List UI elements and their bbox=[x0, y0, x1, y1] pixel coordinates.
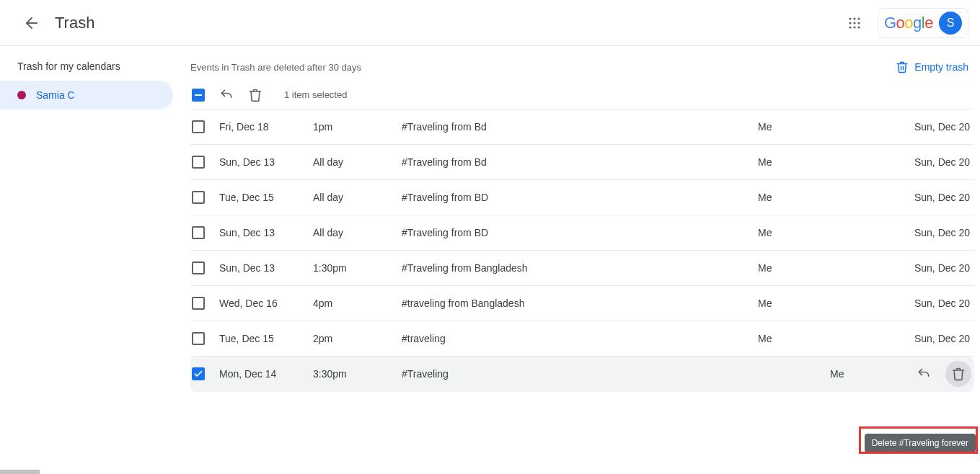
row-organizer: Me bbox=[758, 227, 902, 238]
trash-event-list: Fri, Dec 181pm#Traveling from BdMeSun, D… bbox=[190, 109, 974, 392]
delete-forever-button[interactable] bbox=[945, 361, 971, 387]
arrow-left-icon bbox=[23, 14, 40, 32]
row-time: 1pm bbox=[313, 121, 402, 133]
svg-point-4 bbox=[849, 22, 851, 24]
delete-selected-button[interactable] bbox=[248, 88, 262, 102]
app-header: Trash Google S bbox=[0, 0, 980, 46]
row-checkbox[interactable] bbox=[192, 297, 205, 310]
row-deleted-date: Sun, Dec 20 bbox=[902, 298, 974, 309]
delete-forever-tooltip: Delete #Traveling forever bbox=[865, 434, 976, 452]
row-time: 2pm bbox=[313, 333, 402, 344]
svg-point-2 bbox=[853, 17, 855, 19]
row-checkbox[interactable] bbox=[192, 120, 205, 133]
row-date: Tue, Dec 15 bbox=[219, 192, 313, 203]
account-switcher[interactable]: Google S bbox=[878, 8, 968, 38]
table-row[interactable]: Sun, Dec 13All day#Traveling from BDMeSu… bbox=[190, 215, 974, 251]
google-logo: Google bbox=[884, 14, 933, 32]
row-checkbox[interactable] bbox=[192, 226, 205, 239]
svg-point-5 bbox=[853, 22, 855, 24]
avatar[interactable]: S bbox=[939, 12, 962, 35]
svg-point-7 bbox=[849, 26, 851, 28]
retention-info-text: Events in Trash are deleted after 30 day… bbox=[190, 62, 361, 73]
svg-point-6 bbox=[857, 22, 860, 24]
row-deleted-date: Sun, Dec 20 bbox=[902, 156, 974, 168]
main-panel: Events in Trash are deleted after 30 day… bbox=[179, 46, 980, 474]
sidebar-title: Trash for my calendars bbox=[0, 61, 179, 81]
row-checkbox[interactable] bbox=[192, 367, 205, 380]
calendar-name-label: Samia C bbox=[36, 89, 75, 101]
svg-point-8 bbox=[853, 26, 855, 28]
row-date: Fri, Dec 18 bbox=[219, 121, 313, 133]
calendar-color-dot bbox=[17, 91, 26, 99]
undo-icon bbox=[917, 367, 931, 381]
table-row[interactable]: Mon, Dec 143:30pm#TravelingMe bbox=[190, 357, 974, 392]
row-event-title: #Traveling from Bd bbox=[402, 156, 758, 168]
row-time: All day bbox=[313, 192, 402, 203]
table-row[interactable]: Tue, Dec 152pm#travelingMeSun, Dec 20 bbox=[190, 321, 974, 357]
trash-icon bbox=[951, 367, 966, 381]
row-date: Sun, Dec 13 bbox=[219, 227, 313, 238]
row-event-title: #Traveling from Bd bbox=[402, 121, 758, 133]
horizontal-scrollbar-thumb[interactable] bbox=[0, 470, 40, 474]
row-event-title: #Traveling bbox=[402, 368, 830, 380]
row-organizer: Me bbox=[758, 333, 902, 344]
row-deleted-date: Sun, Dec 20 bbox=[902, 333, 974, 344]
row-event-title: #Traveling from BD bbox=[402, 227, 758, 238]
row-organizer: Me bbox=[758, 298, 902, 309]
selection-toolbar: 1 item selected bbox=[190, 81, 974, 109]
back-button[interactable] bbox=[17, 9, 46, 37]
trash-icon bbox=[896, 61, 909, 73]
table-row[interactable]: Sun, Dec 13All day#Traveling from BdMeSu… bbox=[190, 145, 974, 180]
row-actions bbox=[911, 361, 971, 387]
row-time: 4pm bbox=[313, 298, 402, 309]
restore-selected-button[interactable] bbox=[219, 88, 234, 102]
row-checkbox[interactable] bbox=[192, 156, 205, 169]
row-time: 1:30pm bbox=[313, 262, 402, 274]
row-event-title: #traveling bbox=[402, 333, 758, 344]
row-deleted-date: Sun, Dec 20 bbox=[902, 192, 974, 203]
empty-trash-label: Empty trash bbox=[914, 61, 968, 73]
row-date: Sun, Dec 13 bbox=[219, 156, 313, 168]
row-organizer: Me bbox=[758, 156, 902, 168]
row-checkbox[interactable] bbox=[192, 191, 205, 204]
sidebar-calendar-item[interactable]: Samia C bbox=[0, 81, 173, 109]
selection-count-text: 1 item selected bbox=[284, 89, 347, 100]
svg-point-9 bbox=[857, 26, 860, 28]
row-date: Wed, Dec 16 bbox=[219, 298, 313, 309]
row-deleted-date: Sun, Dec 20 bbox=[902, 262, 974, 274]
row-checkbox[interactable] bbox=[192, 261, 205, 274]
table-row[interactable]: Sun, Dec 131:30pm#Traveling from Banglad… bbox=[190, 251, 974, 286]
trash-icon bbox=[248, 88, 262, 102]
row-deleted-date: Sun, Dec 20 bbox=[902, 121, 974, 133]
apps-grid-icon bbox=[848, 17, 861, 30]
row-organizer: Me bbox=[758, 262, 902, 274]
row-date: Tue, Dec 15 bbox=[219, 333, 313, 344]
row-organizer: Me bbox=[758, 121, 902, 133]
table-row[interactable]: Tue, Dec 15All day#Traveling from BDMeSu… bbox=[190, 180, 974, 215]
row-time: All day bbox=[313, 227, 402, 238]
row-checkbox[interactable] bbox=[192, 332, 205, 345]
row-date: Mon, Dec 14 bbox=[219, 368, 313, 380]
table-row[interactable]: Wed, Dec 164pm#traveling from Bangladesh… bbox=[190, 286, 974, 321]
sidebar: Trash for my calendars Samia C bbox=[0, 46, 179, 474]
empty-trash-button[interactable]: Empty trash bbox=[896, 61, 968, 73]
row-date: Sun, Dec 13 bbox=[219, 262, 313, 274]
row-deleted-date: Sun, Dec 20 bbox=[902, 227, 974, 238]
restore-event-button[interactable] bbox=[911, 361, 937, 387]
master-checkbox-indeterminate[interactable] bbox=[192, 89, 205, 102]
row-time: 3:30pm bbox=[313, 368, 402, 380]
google-apps-button[interactable] bbox=[840, 9, 869, 37]
row-organizer: Me bbox=[758, 192, 902, 203]
page-title: Trash bbox=[55, 14, 94, 32]
table-row[interactable]: Fri, Dec 181pm#Traveling from BdMeSun, D… bbox=[190, 109, 974, 145]
svg-point-1 bbox=[849, 17, 851, 19]
row-event-title: #Traveling from BD bbox=[402, 192, 758, 203]
row-time: All day bbox=[313, 156, 402, 168]
svg-point-3 bbox=[857, 17, 860, 19]
undo-icon bbox=[219, 88, 234, 102]
row-event-title: #traveling from Bangladesh bbox=[402, 298, 758, 309]
row-event-title: #Traveling from Bangladesh bbox=[402, 262, 758, 274]
